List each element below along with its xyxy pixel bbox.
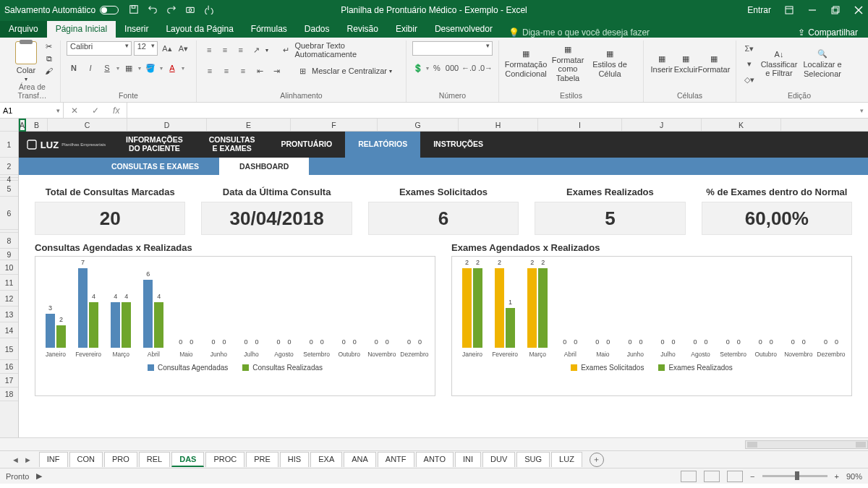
row-header[interactable]: 1 <box>0 132 18 158</box>
row-header[interactable]: 16 <box>0 360 18 374</box>
tab-developer[interactable]: Desenvolvedor <box>426 21 501 38</box>
align-top-icon[interactable]: ≡ <box>203 43 216 57</box>
maximize-icon[interactable] <box>830 5 841 15</box>
prev-sheet-icon[interactable]: ◄ <box>12 455 20 464</box>
sheet-tab[interactable]: SUG <box>516 452 550 467</box>
page-break-view-icon[interactable] <box>727 471 743 482</box>
row-header[interactable]: 10 <box>0 260 18 275</box>
italic-button[interactable]: I <box>83 61 98 75</box>
row-header[interactable]: 14 <box>0 322 18 338</box>
row-header[interactable]: 2 <box>0 158 18 175</box>
sheet-tab[interactable]: ANTF <box>378 452 414 467</box>
underline-button[interactable]: S <box>100 61 114 75</box>
align-bottom-icon[interactable]: ≡ <box>234 43 247 57</box>
format-painter-icon[interactable]: 🖌 <box>45 67 53 75</box>
row-header[interactable]: 6 <box>0 197 18 230</box>
page-layout-view-icon[interactable] <box>704 471 720 482</box>
tab-insert[interactable]: Inserir <box>116 21 157 38</box>
tab-file[interactable]: Arquivo <box>0 21 47 38</box>
macro-record-icon[interactable]: ▶ <box>36 471 42 481</box>
increase-font-icon[interactable]: A▴ <box>160 41 174 56</box>
align-middle-icon[interactable]: ≡ <box>218 43 232 57</box>
sheet-tab[interactable]: PRO <box>104 452 137 467</box>
worksheet-nav-item[interactable]: PRONTUÁRIO <box>268 132 346 158</box>
row-headers[interactable]: 1245689101112131415161718 <box>0 119 19 437</box>
tab-view[interactable]: Exibir <box>387 21 426 38</box>
format-cells-button[interactable]: ▦Formatar <box>698 40 730 87</box>
formula-input[interactable] <box>127 103 856 119</box>
sheet-tab[interactable]: INI <box>455 452 481 467</box>
increase-decimal-icon[interactable]: ←.0 <box>461 61 476 75</box>
row-header[interactable]: 11 <box>0 275 18 291</box>
row-header[interactable]: 8 <box>0 233 18 249</box>
increase-indent-icon[interactable]: ⇥ <box>269 64 284 78</box>
zoom-in-icon[interactable]: + <box>835 472 839 481</box>
scroll-left-icon[interactable] <box>747 442 757 448</box>
paste-button[interactable]: Colar▾ <box>10 40 42 82</box>
fill-color-button[interactable]: 🪣 <box>143 61 158 75</box>
undo-icon[interactable] <box>148 4 159 16</box>
sort-filter-button[interactable]: A↓ Classificar e Filtrar <box>758 40 800 87</box>
worksheet-subtab[interactable]: DASHBOARD <box>219 158 309 175</box>
tab-formulas[interactable]: Fórmulas <box>242 21 296 38</box>
copy-icon[interactable]: ⧉ <box>45 54 53 64</box>
sheet-tab[interactable]: LUZ <box>551 452 582 467</box>
sheet-tab[interactable]: REL <box>139 452 170 467</box>
zoom-slider[interactable] <box>762 475 827 477</box>
format-as-table-button[interactable]: ▦ Formatar como Tabela <box>547 40 589 87</box>
merge-icon[interactable]: ⊞ <box>295 64 310 78</box>
share-button[interactable]: ⇪ Compartilhar <box>798 27 868 38</box>
sheet-tab[interactable]: INF <box>39 452 68 467</box>
tab-data[interactable]: Dados <box>296 21 339 38</box>
decrease-indent-icon[interactable]: ⇤ <box>252 64 267 78</box>
redo-icon[interactable] <box>166 4 178 16</box>
zoom-out-icon[interactable]: − <box>750 472 754 481</box>
find-select-button[interactable]: 🔍 Localizar e Selecionar <box>801 40 843 87</box>
percent-format-icon[interactable]: % <box>431 61 443 75</box>
camera-icon[interactable] <box>185 4 197 16</box>
tab-review[interactable]: Revisão <box>339 21 387 38</box>
row-header[interactable]: 13 <box>0 307 18 322</box>
sheet-tab[interactable]: EXA <box>310 452 342 467</box>
worksheet-nav-item[interactable]: INFORMAÇÕESDO PACIENTE <box>113 132 196 158</box>
orientation-icon[interactable]: ↗ <box>250 43 263 57</box>
font-name-select[interactable]: Calibri <box>67 41 132 56</box>
worksheet-subtab[interactable]: CONSULTAS E EXAMES <box>91 158 219 175</box>
wrap-text-icon[interactable]: ↵ <box>279 43 293 57</box>
new-sheet-button[interactable]: ＋ <box>590 453 604 467</box>
merge-center-button[interactable]: Mesclar e Centralizar <box>312 67 387 75</box>
row-header[interactable]: 5 <box>0 181 18 197</box>
bold-button[interactable]: N <box>67 61 81 75</box>
worksheet-nav-item[interactable]: CONSULTASE EXAMES <box>196 132 268 158</box>
name-box[interactable]: A1▾ <box>0 103 64 119</box>
sign-in-link[interactable]: Entrar <box>747 5 771 15</box>
autosum-icon[interactable]: Σ▾ <box>742 42 757 56</box>
conditional-formatting-button[interactable]: ▦ Formatação Condicional <box>505 40 547 87</box>
cell-styles-button[interactable]: ▦ Estilos de Célula <box>589 40 631 87</box>
next-sheet-icon[interactable]: ► <box>24 455 32 464</box>
clear-icon[interactable]: ◇▾ <box>742 73 757 87</box>
expand-formula-bar-icon[interactable]: ▾ <box>856 107 868 114</box>
sheet-tab[interactable]: ANTO <box>416 452 454 467</box>
zoom-level[interactable]: 90% <box>846 472 862 481</box>
fill-icon[interactable]: ▾ <box>742 57 757 71</box>
sheet-tab[interactable]: DUV <box>482 452 515 467</box>
tab-home[interactable]: Página Inicial <box>47 21 116 38</box>
align-left-icon[interactable]: ≡ <box>203 64 217 78</box>
autosave-toggle[interactable]: Salvamento Automático <box>4 5 119 15</box>
worksheet-nav-item[interactable]: INSTRUÇÕES <box>420 132 496 158</box>
cancel-formula-icon[interactable]: ✕ <box>71 106 78 116</box>
tell-me-search[interactable]: 💡 Diga-me o que você deseja fazer <box>509 27 650 38</box>
row-header[interactable]: 18 <box>0 388 18 401</box>
row-header[interactable]: 9 <box>0 249 18 260</box>
enter-formula-icon[interactable]: ✓ <box>92 106 99 116</box>
row-header[interactable]: 12 <box>0 291 18 307</box>
accounting-format-icon[interactable]: 💲 <box>412 61 424 75</box>
number-format-select[interactable] <box>412 41 493 56</box>
fx-icon[interactable]: fx <box>113 106 119 116</box>
sheet-tab[interactable]: DAS <box>171 452 204 467</box>
close-icon[interactable] <box>854 5 864 15</box>
wrap-text-button[interactable]: Quebrar Texto Automaticamente <box>294 41 400 59</box>
font-size-select[interactable]: 12 <box>134 41 158 56</box>
insert-cells-button[interactable]: ▦Inserir <box>650 40 674 87</box>
